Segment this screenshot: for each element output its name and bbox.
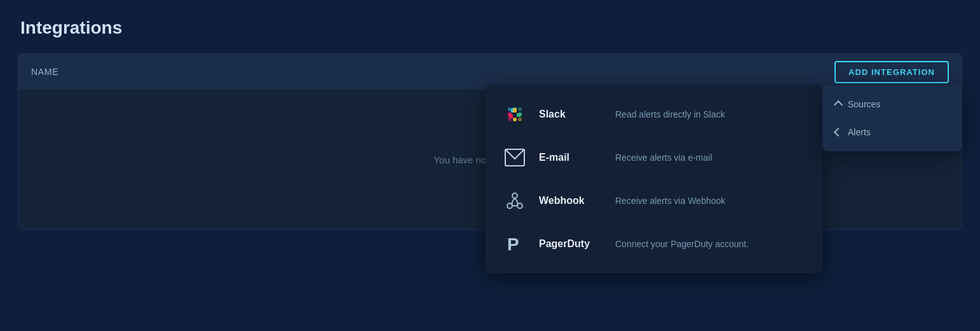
- right-panel: Sources Alerts: [822, 85, 962, 151]
- chevron-left-icon: [834, 128, 843, 137]
- pagerduty-label: PagerDuty: [539, 238, 602, 250]
- dropdown-item-pagerduty[interactable]: P PagerDuty Connect your PagerDuty accou…: [486, 222, 822, 266]
- alerts-label: Alerts: [848, 127, 871, 137]
- pagerduty-icon: P: [503, 233, 526, 255]
- dropdown-item-webhook[interactable]: Webhook Receive alerts via Webhook: [486, 179, 822, 222]
- name-column-header: Name: [31, 67, 58, 77]
- add-integration-button[interactable]: ADD INTEGRATION: [834, 61, 949, 83]
- slack-label: Slack: [539, 109, 602, 120]
- svg-rect-7: [518, 118, 522, 121]
- right-panel-alerts[interactable]: Alerts: [822, 118, 962, 146]
- svg-rect-5: [518, 107, 522, 111]
- email-description: Receive alerts via e-mail: [615, 152, 712, 163]
- sources-label: Sources: [848, 99, 880, 109]
- slack-icon: [503, 103, 526, 126]
- webhook-description: Receive alerts via Webhook: [615, 196, 725, 206]
- svg-point-12: [512, 193, 517, 198]
- svg-text:P: P: [507, 234, 519, 254]
- integration-type-dropdown: Slack Read alerts directly in Slack E-ma…: [486, 85, 822, 273]
- email-label: E-mail: [539, 152, 602, 163]
- page-title: Integrations: [0, 0, 980, 53]
- webhook-icon: [503, 189, 526, 212]
- chevron-up-icon: [834, 100, 843, 109]
- dropdown-item-slack[interactable]: Slack Read alerts directly in Slack: [486, 93, 822, 136]
- slack-description: Read alerts directly in Slack: [615, 109, 725, 119]
- table-header: Name ADD INTEGRATION: [18, 54, 962, 90]
- webhook-label: Webhook: [539, 195, 602, 206]
- dropdown-wrapper: Slack Read alerts directly in Slack E-ma…: [486, 85, 962, 273]
- email-icon: [503, 146, 526, 169]
- svg-rect-3: [513, 118, 517, 121]
- right-panel-sources[interactable]: Sources: [822, 90, 962, 118]
- dropdown-item-email[interactable]: E-mail Receive alerts via e-mail: [486, 136, 822, 179]
- pagerduty-description: Connect your PagerDuty account.: [615, 239, 749, 249]
